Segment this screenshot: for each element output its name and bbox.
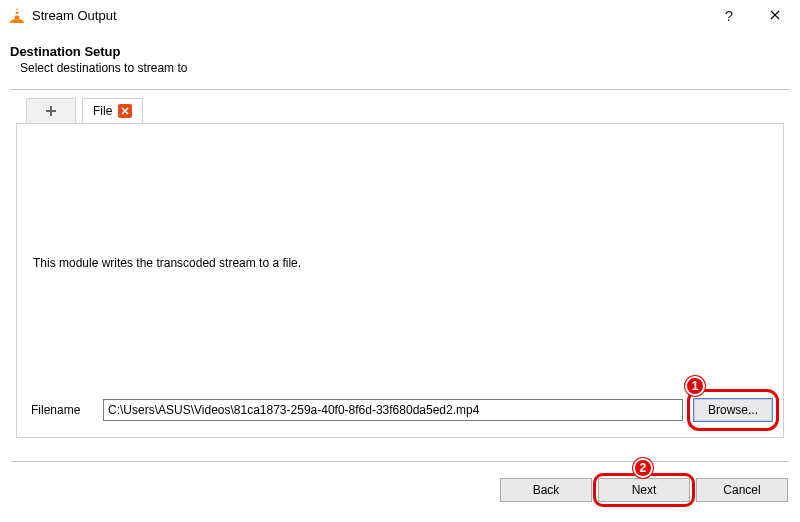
divider-bottom — [12, 461, 788, 462]
body: File This module writes the transcoded s… — [0, 96, 800, 438]
window-title: Stream Output — [32, 8, 117, 23]
tabbar: File — [16, 96, 784, 124]
help-button[interactable]: ? — [706, 0, 752, 30]
page-title: Destination Setup — [10, 44, 784, 59]
titlebar: Stream Output ? — [0, 0, 800, 30]
divider-top — [10, 89, 790, 90]
footer: Back Next 2 Cancel — [0, 453, 800, 522]
help-icon: ? — [725, 7, 733, 24]
filename-row: Filename Browse... 1 — [31, 395, 773, 425]
svg-marker-3 — [10, 20, 25, 23]
back-button[interactable]: Back — [500, 478, 592, 502]
plus-icon — [45, 103, 57, 121]
filename-input[interactable] — [103, 399, 683, 421]
footer-buttons: Back Next 2 Cancel — [12, 472, 788, 502]
add-destination-tab[interactable] — [26, 98, 76, 124]
svg-rect-1 — [15, 10, 19, 12]
browse-button[interactable]: Browse... — [693, 398, 773, 422]
next-button[interactable]: Next — [598, 478, 690, 502]
filename-label: Filename — [31, 403, 93, 417]
annotation-badge-2: 2 — [633, 458, 653, 478]
tab-file-label: File — [93, 104, 112, 118]
svg-marker-0 — [14, 7, 20, 19]
close-button[interactable] — [752, 0, 798, 30]
cancel-button[interactable]: Cancel — [696, 478, 788, 502]
tab-file[interactable]: File — [82, 98, 143, 124]
vlc-cone-icon — [8, 6, 26, 24]
header: Destination Setup Select destinations to… — [0, 30, 800, 83]
page-subtitle: Select destinations to stream to — [10, 61, 784, 75]
tab-pane-file: This module writes the transcoded stream… — [16, 123, 784, 438]
annotation-badge-1: 1 — [685, 376, 705, 396]
tab-close-icon[interactable] — [118, 104, 132, 118]
module-description: This module writes the transcoded stream… — [33, 256, 301, 270]
svg-rect-2 — [14, 14, 20, 16]
close-icon — [770, 10, 780, 20]
